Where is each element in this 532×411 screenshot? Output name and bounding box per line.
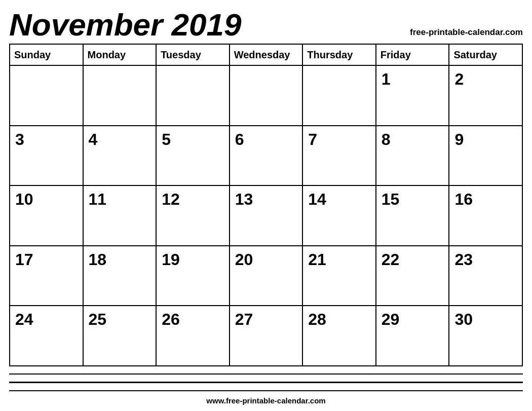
days-of-week-row: Sunday Monday Tuesday Wednesday Thursday… <box>10 44 522 65</box>
calendar-day: 8 <box>376 126 449 186</box>
calendar-week-row: 10111213141516 <box>10 185 522 246</box>
calendar-table: Sunday Monday Tuesday Wednesday Thursday… <box>9 44 523 366</box>
calendar-day: 21 <box>302 246 376 306</box>
calendar-day <box>230 65 303 126</box>
calendar-day: 6 <box>230 126 303 186</box>
calendar-day <box>302 65 376 126</box>
lines-section <box>9 370 523 394</box>
calendar-day: 13 <box>230 185 303 246</box>
header-wednesday: Wednesday <box>230 44 303 65</box>
month-title: November 2019 <box>9 9 241 41</box>
calendar-day: 2 <box>449 65 522 126</box>
header-monday: Monday <box>83 44 157 65</box>
calendar-day: 12 <box>156 185 230 246</box>
line-2 <box>9 382 523 383</box>
calendar-week-row: 17181920212223 <box>10 246 522 306</box>
calendar-day <box>156 65 230 126</box>
calendar-day: 20 <box>230 246 303 306</box>
calendar-day: 18 <box>83 246 157 306</box>
calendar-day: 24 <box>10 306 83 366</box>
calendar-day: 3 <box>10 126 83 186</box>
header-sunday: Sunday <box>10 44 83 65</box>
header-friday: Friday <box>376 44 449 65</box>
calendar-day: 19 <box>156 246 230 306</box>
calendar-week-row: 12 <box>10 65 522 126</box>
header-tuesday: Tuesday <box>156 44 230 65</box>
calendar-header: November 2019 free-printable-calendar.co… <box>9 9 523 41</box>
header-thursday: Thursday <box>302 44 376 65</box>
calendar-day: 17 <box>10 246 83 306</box>
calendar-day: 7 <box>302 126 376 186</box>
calendar-day: 5 <box>156 126 230 186</box>
calendar-day: 30 <box>449 306 522 366</box>
calendar-day: 27 <box>230 306 303 366</box>
calendar-day: 28 <box>302 306 376 366</box>
footer-website: www.free-printable-calendar.com <box>9 393 523 406</box>
calendar-day: 4 <box>83 126 157 186</box>
calendar-day: 11 <box>83 185 157 246</box>
calendar-day: 29 <box>376 306 449 366</box>
calendar-day: 9 <box>449 126 522 186</box>
calendar-day: 10 <box>10 185 83 246</box>
calendar-day <box>10 65 83 126</box>
calendar-day: 23 <box>449 246 522 306</box>
calendar-day: 14 <box>302 185 376 246</box>
calendar-day <box>83 65 157 126</box>
calendar-week-row: 3456789 <box>10 126 522 186</box>
calendar-day: 25 <box>83 306 157 366</box>
line-3 <box>9 390 523 392</box>
header-saturday: Saturday <box>449 44 522 65</box>
calendar-week-row: 24252627282930 <box>10 306 522 366</box>
calendar-day: 22 <box>376 246 449 306</box>
calendar-day: 1 <box>376 65 449 126</box>
line-1 <box>9 373 523 375</box>
calendar-day: 26 <box>156 306 230 366</box>
website-url-top: free-printable-calendar.com <box>410 27 523 41</box>
calendar-day: 16 <box>449 185 522 246</box>
calendar-day: 15 <box>376 185 449 246</box>
